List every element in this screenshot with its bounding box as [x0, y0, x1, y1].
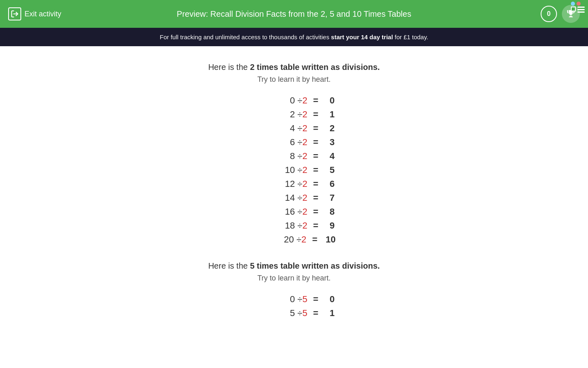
table-row: 10 ÷ 2 = 5 — [253, 165, 334, 175]
dividend: 20 ÷ — [252, 234, 301, 245]
dividend: 2 ÷ — [253, 109, 302, 120]
svg-rect-1 — [570, 16, 572, 17]
title-preview: Preview: — [177, 9, 210, 18]
equals: = — [311, 220, 318, 231]
divisor: 2 — [302, 137, 307, 148]
result: 1 — [322, 308, 335, 319]
header: Exit activity Preview: Recall Division F… — [0, 0, 588, 28]
hamburger-menu[interactable] — [577, 7, 585, 13]
dividend: 16 ÷ — [253, 206, 302, 217]
equals: = — [310, 234, 317, 245]
divisor: 2 — [302, 206, 307, 217]
dividend: 6 ÷ — [253, 137, 302, 148]
dividend: 4 ÷ — [253, 123, 302, 134]
divisor: 2 — [302, 123, 307, 134]
result: 9 — [322, 220, 335, 231]
equals: = — [311, 123, 318, 134]
exit-icon — [8, 7, 21, 20]
result: 10 — [321, 234, 336, 245]
section-5-intro: Here is the 5 times table written as div… — [151, 261, 437, 271]
exit-button[interactable]: Exit activity — [8, 7, 61, 20]
title-main: Recall Division Facts from the 2, 5 and … — [210, 9, 411, 18]
divisor: 2 — [302, 165, 307, 175]
section-2-intro: Here is the 2 times table written as div… — [151, 63, 437, 72]
result: 7 — [322, 193, 335, 203]
section-2-times-table: Here is the 2 times table written as div… — [151, 63, 437, 245]
result: 2 — [322, 123, 335, 134]
result: 4 — [322, 151, 335, 162]
result: 0 — [322, 294, 335, 305]
score-badge: 0 — [541, 6, 557, 22]
dividend: 12 ÷ — [253, 179, 302, 189]
divisor: 2 — [302, 193, 307, 203]
section-5-intro-bold: 5 times table written as divisions. — [250, 261, 380, 270]
header-right: 0 — [541, 5, 580, 23]
dot-icon-1 — [571, 2, 575, 6]
exit-label: Exit activity — [24, 10, 61, 18]
section-5-times-table: Here is the 5 times table written as div… — [151, 261, 437, 319]
divisor: 2 — [302, 220, 307, 231]
equals: = — [311, 179, 318, 189]
table-row: 12 ÷ 2 = 6 — [253, 179, 334, 189]
section-2-sub: Try to learn it by heart. — [151, 75, 437, 84]
banner-text-before: For full tracking and unlimited access t… — [160, 34, 331, 40]
result: 5 — [322, 165, 335, 175]
main-content: Here is the 2 times table written as div… — [0, 46, 588, 359]
dividend: 8 ÷ — [253, 151, 302, 162]
divisor: 2 — [302, 179, 307, 189]
result: 6 — [322, 179, 335, 189]
divisor: 2 — [301, 234, 306, 245]
dividend: 5 ÷ — [253, 308, 302, 319]
result: 0 — [322, 95, 335, 106]
equals: = — [311, 165, 318, 175]
section-5-sub: Try to learn it by heart. — [151, 274, 437, 283]
result: 1 — [322, 109, 335, 120]
division-table-2: 0 ÷ 2 = 0 2 ÷ 2 = 1 4 ÷ 2 = 2 6 ÷ 2 = 3 — [151, 95, 437, 245]
table-row: 18 ÷ 2 = 9 — [253, 220, 334, 231]
header-title: Preview: Recall Division Facts from the … — [177, 9, 411, 19]
banner-cta[interactable]: start your 14 day trial — [331, 34, 393, 40]
table-row: 16 ÷ 2 = 8 — [253, 206, 334, 217]
table-row: 4 ÷ 2 = 2 — [253, 123, 334, 134]
table-row: 2 ÷ 2 = 1 — [253, 109, 334, 120]
section-2-intro-bold: 2 times table written as divisions. — [250, 63, 380, 72]
corner-decorations — [571, 2, 585, 13]
table-row: 8 ÷ 2 = 4 — [253, 151, 334, 162]
svg-rect-2 — [569, 16, 572, 17]
table-row: 6 ÷ 2 = 3 — [253, 137, 334, 148]
divisor: 5 — [302, 308, 307, 319]
table-row: 14 ÷ 2 = 7 — [253, 193, 334, 203]
equals: = — [311, 294, 318, 305]
equals: = — [311, 137, 318, 148]
table-row: 0 ÷ 2 = 0 — [253, 95, 334, 106]
divisor: 2 — [302, 109, 307, 120]
close-icon — [577, 2, 581, 6]
table-row: 5 ÷ 5 = 1 — [253, 308, 334, 319]
dividend: 14 ÷ — [253, 193, 302, 203]
equals: = — [311, 206, 318, 217]
dividend: 10 ÷ — [253, 165, 302, 175]
divisor: 2 — [302, 151, 307, 162]
division-table-5: 0 ÷ 5 = 0 5 ÷ 5 = 1 — [151, 294, 437, 319]
table-row: 20 ÷ 2 = 10 — [252, 234, 336, 245]
sq-icon-1 — [571, 7, 576, 11]
table-row: 0 ÷ 5 = 0 — [253, 294, 334, 305]
dividend: 18 ÷ — [253, 220, 302, 231]
equals: = — [311, 95, 318, 106]
dividend: 0 ÷ — [253, 294, 302, 305]
divisor: 5 — [302, 294, 307, 305]
equals: = — [311, 109, 318, 120]
promo-banner: For full tracking and unlimited access t… — [0, 28, 588, 46]
banner-text-after: for £1 today. — [393, 34, 428, 40]
divisor: 2 — [302, 95, 307, 106]
dividend: 0 ÷ — [253, 95, 302, 106]
result: 3 — [322, 137, 335, 148]
result: 8 — [322, 206, 335, 217]
equals: = — [311, 151, 318, 162]
equals: = — [311, 193, 318, 203]
equals: = — [311, 308, 318, 319]
